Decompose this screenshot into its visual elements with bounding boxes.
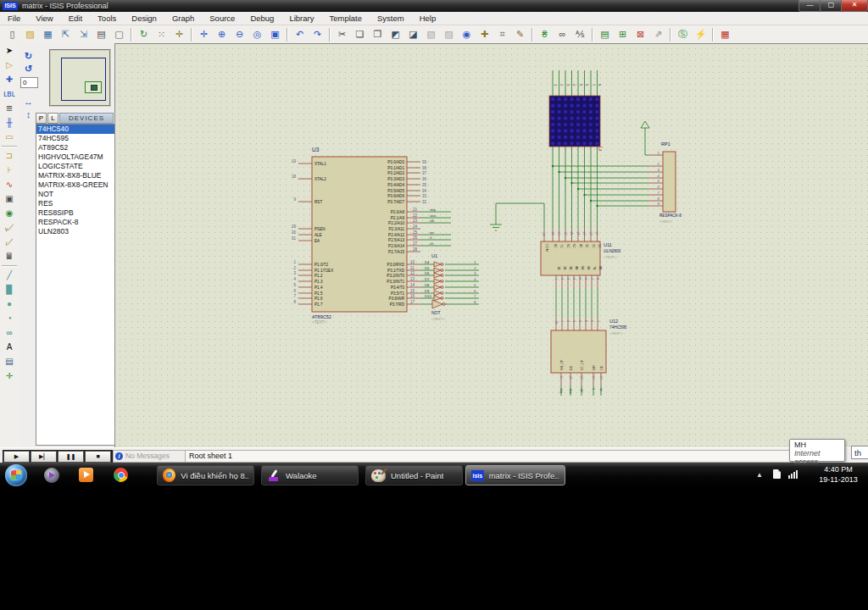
- voltage-probe-mode-icon[interactable]: ᵥ⟋: [2, 221, 17, 235]
- design-explorer-icon[interactable]: ▤: [597, 26, 613, 42]
- 2d-arc-mode-icon[interactable]: ◔: [2, 312, 17, 325]
- wire-label-mode-icon[interactable]: ʟʙʟ: [2, 87, 17, 101]
- search-and-tag-icon[interactable]: ∞: [554, 26, 570, 42]
- import-section-icon[interactable]: ⇱: [58, 26, 74, 42]
- mirror-vertical-button[interactable]: ↕: [21, 109, 36, 121]
- toggle-grid-icon[interactable]: ⁙: [153, 26, 170, 42]
- menu-view[interactable]: View: [28, 14, 60, 23]
- device-list[interactable]: 74HC54074HC595AT89C52HIGHVOLTAGE47MLOGIC…: [36, 124, 115, 446]
- cut-icon[interactable]: ✂: [334, 26, 350, 42]
- selection-pointer-mode-icon[interactable]: ➤: [2, 44, 17, 58]
- open-file-icon[interactable]: ▨: [22, 26, 38, 42]
- redo-icon[interactable]: ↷: [309, 26, 326, 42]
- generator-mode-icon[interactable]: ◉: [2, 207, 17, 220]
- network-signal-icon[interactable]: [788, 469, 798, 479]
- 2d-marker-mode-icon[interactable]: ✛: [2, 369, 17, 383]
- subcircuit-mode-icon[interactable]: ▭: [2, 130, 17, 144]
- device-item-uln2803[interactable]: ULN2803: [36, 227, 114, 236]
- taskbar-icon-kmplayer[interactable]: [44, 468, 60, 484]
- menu-template[interactable]: Template: [321, 14, 370, 23]
- false-origin-icon[interactable]: ✛: [171, 26, 187, 42]
- menu-file[interactable]: File: [0, 14, 28, 23]
- device-item-res[interactable]: RES: [36, 199, 114, 208]
- netlist-to-ares-icon[interactable]: ▦: [717, 26, 733, 42]
- save-file-icon[interactable]: ▦: [40, 26, 56, 42]
- minimap-viewport[interactable]: [85, 81, 102, 93]
- mirror-horizontal-button[interactable]: ↔: [21, 97, 36, 108]
- sim-step-button[interactable]: ▶▏: [31, 451, 57, 463]
- bill-of-materials-icon[interactable]: Ⓢ: [675, 26, 691, 42]
- device-item-logicstate[interactable]: LOGICSTATE: [36, 162, 114, 171]
- menu-debug[interactable]: Debug: [242, 14, 281, 23]
- property-assignment-icon[interactable]: ⅍: [572, 26, 588, 42]
- 2d-line-mode-icon[interactable]: ╱: [2, 269, 17, 282]
- decompose-icon[interactable]: ✎: [512, 26, 528, 42]
- goto-sheet-icon[interactable]: ⇗: [650, 26, 666, 42]
- new-file-icon[interactable]: ▯: [4, 26, 20, 42]
- task-button-paint[interactable]: Untitled - Paint: [365, 465, 463, 485]
- task-button-isis[interactable]: isismatrix - ISIS Profe...: [465, 465, 565, 485]
- refresh-display-icon[interactable]: ↻: [136, 26, 152, 42]
- tape-recorder-mode-icon[interactable]: ▣: [2, 192, 17, 206]
- device-item-74hc540[interactable]: 74HC540: [36, 125, 114, 134]
- terminals-mode-icon[interactable]: ⊐: [2, 149, 17, 163]
- buses-mode-icon[interactable]: ╫: [2, 116, 17, 130]
- action-center-icon[interactable]: [773, 469, 781, 479]
- task-button-firefox[interactable]: Vi điều khiển họ 8...: [157, 465, 254, 485]
- device-item-res8sipb[interactable]: RES8SIPB: [36, 208, 114, 218]
- copy-block-icon[interactable]: ◩: [387, 26, 403, 42]
- menu-design[interactable]: Design: [124, 14, 164, 23]
- device-item-at89c52[interactable]: AT89C52: [36, 143, 114, 152]
- pick-device-icon[interactable]: ◉: [459, 26, 475, 42]
- menu-help[interactable]: Help: [412, 14, 444, 23]
- taskbar-icon-media-player[interactable]: [79, 468, 95, 484]
- text-script-mode-icon[interactable]: ≣: [2, 102, 17, 115]
- current-probe-mode-icon[interactable]: ᵢ⟋: [2, 236, 17, 249]
- 2d-symbol-mode-icon[interactable]: ▤: [2, 355, 17, 369]
- menu-tools[interactable]: Tools: [90, 14, 124, 23]
- electrical-rule-check-icon[interactable]: ⚡: [693, 26, 709, 42]
- move-block-icon[interactable]: ◪: [405, 26, 421, 42]
- library-button[interactable]: L: [47, 113, 58, 124]
- 2d-text-mode-icon[interactable]: A: [2, 341, 17, 354]
- sim-play-button[interactable]: ▶: [3, 451, 30, 463]
- zoom-all-icon[interactable]: ◎: [249, 26, 265, 42]
- zoom-in-icon[interactable]: ⊕: [214, 26, 230, 42]
- paste-icon[interactable]: ❐: [370, 26, 386, 42]
- junction-dot-mode-icon[interactable]: ✚: [2, 73, 17, 86]
- 2d-circle-mode-icon[interactable]: ●: [2, 297, 17, 311]
- delete-block-icon[interactable]: ▨: [441, 26, 457, 42]
- make-device-icon[interactable]: ✚: [476, 26, 492, 42]
- pan-center-icon[interactable]: ✛: [196, 26, 212, 42]
- graph-mode-icon[interactable]: ∿: [2, 178, 17, 191]
- pick-devices-button[interactable]: P: [36, 113, 47, 124]
- device-item-matrix-8x8-blue[interactable]: MATRIX-8X8-BLUE: [36, 171, 114, 180]
- device-item-respack-8[interactable]: RESPACK-8: [36, 218, 114, 227]
- device-item-matrix-8x8-green[interactable]: MATRIX-8X8-GREEN: [36, 180, 114, 190]
- task-button-walaoke[interactable]: Walaoke: [261, 465, 359, 485]
- 2d-path-mode-icon[interactable]: ∞: [2, 326, 17, 340]
- taskbar-clock[interactable]: 4:40 PM 19-11-2013: [812, 464, 865, 485]
- packaging-tool-icon[interactable]: ⌗: [494, 26, 510, 42]
- mark-output-area-icon[interactable]: ▢: [111, 26, 127, 42]
- minimize-button[interactable]: —: [798, 0, 821, 12]
- wire-autorouter-icon[interactable]: ₴: [537, 26, 553, 42]
- copy-icon[interactable]: ❏: [352, 26, 368, 42]
- rotation-angle-field[interactable]: 0: [20, 77, 38, 88]
- device-item-74hc595[interactable]: 74HC595: [36, 134, 114, 143]
- schematic-canvas[interactable]: U3AT89C52<TEXT>19XTAL118XTAL29RST29PSEN3…: [114, 43, 868, 447]
- rotate-clockwise-button[interactable]: ↻: [21, 51, 36, 63]
- overview-minimap[interactable]: [49, 49, 111, 107]
- virtual-instruments-mode-icon[interactable]: 🖩: [2, 250, 17, 263]
- close-button[interactable]: ✕: [841, 0, 868, 12]
- 2d-box-mode-icon[interactable]: ▉: [2, 283, 17, 297]
- device-item-not[interactable]: NOT: [36, 190, 114, 199]
- rotate-anticlockwise-button[interactable]: ↺: [21, 64, 36, 75]
- zoom-area-icon[interactable]: ▣: [267, 26, 283, 42]
- tray-caret-icon[interactable]: ▲: [756, 471, 763, 479]
- component-mode-icon[interactable]: ▷: [2, 58, 17, 72]
- export-section-icon[interactable]: ⇲: [75, 26, 92, 42]
- print-icon[interactable]: ▤: [93, 26, 109, 42]
- menu-graph[interactable]: Graph: [164, 14, 202, 23]
- maximize-button[interactable]: ▢: [820, 0, 843, 12]
